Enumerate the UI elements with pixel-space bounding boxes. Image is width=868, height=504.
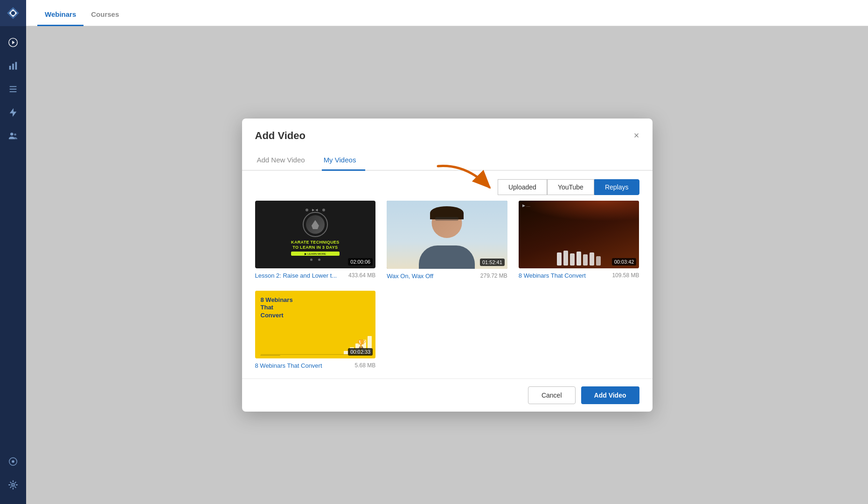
filter-youtube-button[interactable]: YouTube <box>547 179 594 195</box>
video-size: 433.64 MB <box>348 272 375 279</box>
sidebar-item-settings-circle[interactable] <box>0 450 26 473</box>
tab-my-videos[interactable]: My Videos <box>322 151 366 171</box>
svg-point-10 <box>10 133 13 135</box>
video-info: Lesson 2: Raise and Lower t... 433.64 MB <box>255 272 376 279</box>
svg-point-0 <box>11 11 15 15</box>
video-thumbnail: ▶ .... 00:03:42 <box>519 201 639 268</box>
video-item[interactable]: 01:52:41 Wax On, Wax Off 279.72 MB <box>387 201 507 280</box>
video-item[interactable]: ▶◀ KARATE TECHNIQU <box>255 201 376 280</box>
modal-footer: Cancel Add Video <box>242 378 653 412</box>
video-name: 8 Webinars That Convert <box>519 272 612 279</box>
main-area: Webinars Courses Add Video × Add New Vid… <box>26 0 868 504</box>
video-name: Lesson 2: Raise and Lower t... <box>255 272 349 279</box>
sidebar-item-chart[interactable] <box>0 54 26 77</box>
video-duration: 00:02:33 <box>348 348 373 356</box>
sidebar-item-lightning[interactable] <box>0 101 26 124</box>
sidebar-item-play[interactable] <box>0 31 26 54</box>
modal-close-button[interactable]: × <box>634 131 639 140</box>
topnav: Webinars Courses <box>26 0 868 26</box>
video-grid-wrapper: ▶◀ KARATE TECHNIQU <box>242 201 653 378</box>
video-size: 279.72 MB <box>480 273 507 279</box>
video-item[interactable]: ▶ .... 00:03:42 8 Webinars That Convert … <box>519 201 639 280</box>
add-video-button[interactable]: Add Video <box>581 386 639 404</box>
filter-uploaded-button[interactable]: Uploaded <box>498 179 547 195</box>
modal-title: Add Video <box>255 130 306 142</box>
video-thumbnail: 8 WebinarsThatConvert <box>255 291 376 358</box>
video-thumbnail: 01:52:41 <box>387 201 507 269</box>
cancel-button[interactable]: Cancel <box>528 386 576 404</box>
video-thumbnail: ▶◀ KARATE TECHNIQU <box>255 201 376 268</box>
tab-webinars[interactable]: Webinars <box>37 10 83 26</box>
video-duration: 02:00:06 <box>348 258 373 266</box>
video-duration: 01:52:41 <box>480 259 505 266</box>
video-grid: ▶◀ KARATE TECHNIQU <box>255 201 639 369</box>
video-size: 109.58 MB <box>612 272 639 279</box>
video-name: 8 Webinars That Convert <box>255 362 355 369</box>
svg-point-11 <box>14 133 16 136</box>
video-info: 8 Webinars That Convert 109.58 MB <box>519 272 639 279</box>
filter-bar: Uploaded YouTube Replays <box>242 171 653 201</box>
video-size: 5.68 MB <box>354 362 375 369</box>
sidebar-item-group[interactable] <box>0 124 26 147</box>
sidebar-logo <box>0 0 26 26</box>
svg-rect-5 <box>15 62 17 70</box>
sidebar-item-gear[interactable] <box>0 473 26 497</box>
video-duration: 00:03:42 <box>612 258 637 266</box>
page-background: Add Video × Add New Video My Videos <box>26 26 868 504</box>
sidebar-item-list[interactable] <box>0 77 26 101</box>
modal-header: Add Video × <box>242 119 653 142</box>
video-name: Wax On, Wax Off <box>387 273 480 280</box>
svg-marker-9 <box>10 108 17 117</box>
video-info: Wax On, Wax Off 279.72 MB <box>387 273 507 280</box>
tab-courses[interactable]: Courses <box>83 10 126 26</box>
tab-add-new-video[interactable]: Add New Video <box>255 151 314 171</box>
svg-point-14 <box>12 483 14 486</box>
modal-tabs: Add New Video My Videos <box>242 151 653 171</box>
video-info: 8 Webinars That Convert 5.68 MB <box>255 362 376 369</box>
svg-rect-3 <box>9 66 11 70</box>
sidebar <box>0 0 26 504</box>
svg-point-13 <box>12 460 14 463</box>
video-item[interactable]: 8 WebinarsThatConvert <box>255 291 376 369</box>
svg-rect-4 <box>12 63 14 70</box>
svg-marker-2 <box>12 41 15 44</box>
filter-replays-button[interactable]: Replays <box>594 179 639 195</box>
add-video-modal: Add Video × Add New Video My Videos <box>242 119 653 412</box>
